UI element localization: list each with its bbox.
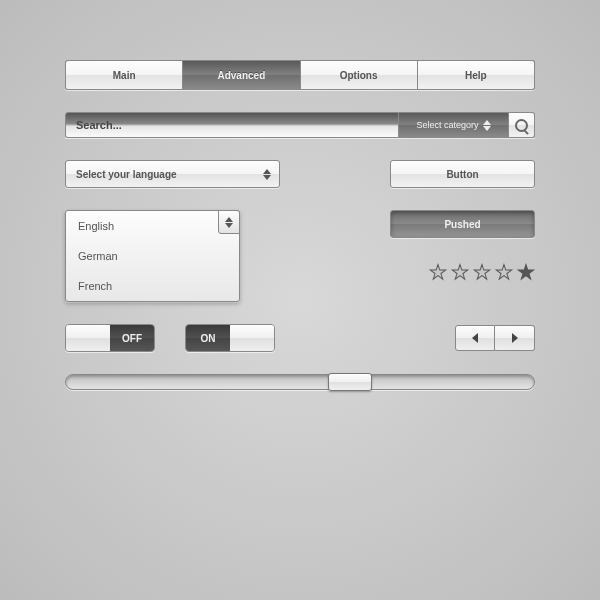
tab-bar: Main Advanced Options Help <box>65 60 535 90</box>
search-bar: Search... Select category <box>65 112 535 138</box>
search-icon <box>515 119 528 132</box>
list-item[interactable]: German <box>66 241 239 271</box>
language-listbox[interactable]: English German French <box>65 210 240 302</box>
star-icon[interactable]: ★ <box>451 260 469 284</box>
pager <box>455 325 535 351</box>
spinner-icon <box>263 169 271 180</box>
button-pushed[interactable]: Pushed <box>390 210 535 238</box>
list-item[interactable]: English <box>66 211 239 241</box>
search-button[interactable] <box>509 112 535 138</box>
toggle-off[interactable]: OFF <box>65 324 155 352</box>
star-icon[interactable]: ★ <box>473 260 491 284</box>
slider-track[interactable] <box>65 374 535 390</box>
toggle-on[interactable]: ON <box>185 324 275 352</box>
chevron-left-icon <box>472 333 478 343</box>
list-item[interactable]: French <box>66 271 239 301</box>
rating: ★ ★ ★ ★ ★ <box>429 260 535 284</box>
tab-help[interactable]: Help <box>418 60 535 90</box>
spinner-icon <box>483 120 491 131</box>
button-normal[interactable]: Button <box>390 160 535 188</box>
chevron-right-icon <box>512 333 518 343</box>
tab-main[interactable]: Main <box>65 60 183 90</box>
slider-thumb[interactable] <box>328 373 372 391</box>
star-icon[interactable]: ★ <box>495 260 513 284</box>
pager-next[interactable] <box>495 325 535 351</box>
search-input[interactable]: Search... <box>65 112 399 138</box>
star-icon[interactable]: ★ <box>429 260 447 284</box>
search-category-select[interactable]: Select category <box>399 112 509 138</box>
pager-prev[interactable] <box>455 325 495 351</box>
tab-advanced[interactable]: Advanced <box>183 60 300 90</box>
listbox-spinner[interactable] <box>218 210 240 234</box>
tab-options[interactable]: Options <box>301 60 418 90</box>
star-icon[interactable]: ★ <box>517 260 535 284</box>
language-select[interactable]: Select your language <box>65 160 280 188</box>
